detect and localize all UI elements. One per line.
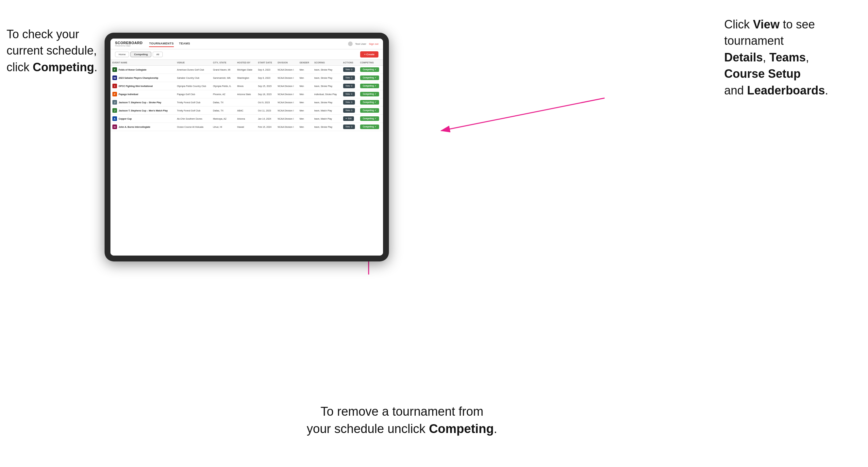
cell-city-state: Dallas, TX [211, 98, 235, 106]
tournaments-table-container: EVENT NAME VENUE CITY, STATE HOSTED BY S… [111, 60, 383, 255]
filter-bar: Home Competing All + Create [111, 49, 383, 60]
create-button[interactable]: + Create [360, 51, 378, 58]
cell-division: NCAA Division I [276, 90, 298, 98]
cell-scoring: team, Stroke Play [312, 98, 341, 106]
cell-scoring: team, Match Play [312, 106, 341, 115]
view-button[interactable]: View ⊙ [343, 84, 355, 88]
user-name: Test User [355, 42, 366, 45]
competing-button[interactable]: Competing ✓ [360, 84, 379, 88]
filter-home-button[interactable]: Home [115, 52, 129, 57]
navbar: SCOREBOARD Powered by clippi TOURNAMENTS… [111, 38, 383, 49]
filter-all-button[interactable]: All [153, 52, 163, 57]
col-start-date: START DATE [256, 60, 276, 66]
cell-city-state: Grand Haven, MI [211, 66, 235, 74]
competing-button[interactable]: Competing ✓ [360, 75, 379, 80]
cell-venue: Sahalee Country Club [175, 74, 211, 82]
cell-actions: View ⊙ [341, 98, 358, 106]
competing-button[interactable]: Competing ✓ [360, 67, 379, 72]
competing-button[interactable]: Competing ✓ [360, 108, 379, 113]
view-button[interactable]: View ⊙ [343, 125, 355, 129]
col-competing: COMPETING [358, 60, 383, 66]
filter-competing-button[interactable]: Competing [130, 52, 151, 57]
cell-gender: Men [298, 66, 312, 74]
nav-teams[interactable]: TEAMS [179, 40, 190, 47]
cell-hosted-by: Arizona State [235, 90, 256, 98]
cell-division: NCAA Division I [276, 123, 298, 131]
competing-button[interactable]: Competing ✓ [360, 116, 379, 121]
cell-city-state: Sammamish, WA [211, 74, 235, 82]
team-logo: J [113, 108, 117, 113]
cell-competing: Competing ✓ [358, 90, 383, 98]
event-name-text: 2023 Sahalee Players Championship [119, 77, 158, 79]
event-name-text: John A. Burns Intercollegiate [119, 126, 150, 128]
table-row: I OFCC Fighting Illini Invitational Olym… [111, 82, 383, 90]
cell-city-state: Maricopa, AZ [211, 115, 235, 123]
cell-scoring: team, Stroke Play [312, 66, 341, 74]
cell-division: NCAA Division I [276, 115, 298, 123]
cell-venue: Papago Golf Club [175, 90, 211, 98]
event-name-text: Copper Cup [119, 118, 132, 120]
table-row: P Papago Individual Papago Golf ClubPhoe… [111, 90, 383, 98]
col-hosted-by: HOSTED BY [235, 60, 256, 66]
cell-scoring: team, Stroke Play [312, 123, 341, 131]
user-icon [348, 41, 352, 46]
cell-actions: View ⊙ [341, 123, 358, 131]
cell-division: NCAA Division I [276, 66, 298, 74]
cell-event-name: A Copper Cup [111, 115, 175, 123]
col-scoring: SCORING [312, 60, 341, 66]
team-logo: F [113, 67, 117, 72]
competing-button[interactable]: Competing ✓ [360, 100, 379, 104]
view-button[interactable]: View ⊙ [343, 108, 355, 113]
cell-city-state: Lihue, HI [211, 123, 235, 131]
annotation-bottom: To remove a tournament from your schedul… [287, 403, 516, 438]
cell-venue: Trinity Forest Golf Club [175, 106, 211, 115]
cell-gender: Men [298, 82, 312, 90]
cell-actions: View ⊙ [341, 82, 358, 90]
cell-competing: Competing ✓ [358, 66, 383, 74]
view-button[interactable]: View ⊙ [343, 92, 355, 96]
cell-competing: Competing ✓ [358, 106, 383, 115]
competing-button[interactable]: Competing ✓ [360, 125, 379, 129]
team-logo: I [113, 84, 117, 88]
cell-start-date: Sep 9, 2023 [256, 74, 276, 82]
cell-gender: Men [298, 98, 312, 106]
cell-actions: View ⊙ [341, 66, 358, 74]
competing-button[interactable]: Competing ✓ [360, 92, 379, 96]
team-logo: H [113, 125, 117, 129]
col-gender: GENDER [298, 60, 312, 66]
cell-actions: View ⊙ [341, 74, 358, 82]
cell-venue: Ocean Course At Hokuala [175, 123, 211, 131]
cell-competing: Competing ✓ [358, 123, 383, 131]
view-button[interactable]: View ⊙ [343, 100, 355, 104]
cell-scoring: team, Match Play [312, 115, 341, 123]
team-logo: A [113, 116, 117, 121]
cell-venue: Olympia Fields Country Club [175, 82, 211, 90]
table-row: F Folds of Honor Collegiate American Dun… [111, 66, 383, 74]
cell-city-state: Phoenix, AZ [211, 90, 235, 98]
cell-hosted-by: Illinois [235, 82, 256, 90]
event-name-text: Papago Individual [119, 93, 138, 95]
cell-start-date: Sep 4, 2023 [256, 66, 276, 74]
cell-hosted-by: Arizona [235, 115, 256, 123]
view-button[interactable]: View ⊙ [343, 67, 355, 72]
table-row: A Copper Cup Ak-Chin Southern DunesMaric… [111, 115, 383, 123]
table-row: W 2023 Sahalee Players Championship Saha… [111, 74, 383, 82]
cell-gender: Men [298, 106, 312, 115]
nav-tournaments[interactable]: TOURNAMENTS [149, 40, 174, 47]
tournaments-table: EVENT NAME VENUE CITY, STATE HOSTED BY S… [111, 60, 383, 131]
cell-start-date: Oct 11, 2023 [256, 106, 276, 115]
signout-link[interactable]: Sign out [369, 42, 378, 45]
team-logo: W [113, 75, 117, 80]
view-button[interactable]: View ⊙ [343, 75, 355, 80]
table-body: F Folds of Honor Collegiate American Dun… [111, 66, 383, 131]
cell-gender: Men [298, 123, 312, 131]
cell-venue: American Dunes Golf Club [175, 66, 211, 74]
table-row: H John A. Burns Intercollegiate Ocean Co… [111, 123, 383, 131]
team-logo: J [113, 100, 117, 104]
cell-start-date: Sep 18, 2023 [256, 90, 276, 98]
cell-scoring: team, Stroke Play [312, 74, 341, 82]
edit-button[interactable]: ✏ Edit [343, 116, 354, 121]
cell-actions: ✏ Edit [341, 115, 358, 123]
cell-competing: Competing ✓ [358, 82, 383, 90]
cell-event-name: J Jackson T. Stephens Cup – Men's Match … [111, 106, 175, 115]
